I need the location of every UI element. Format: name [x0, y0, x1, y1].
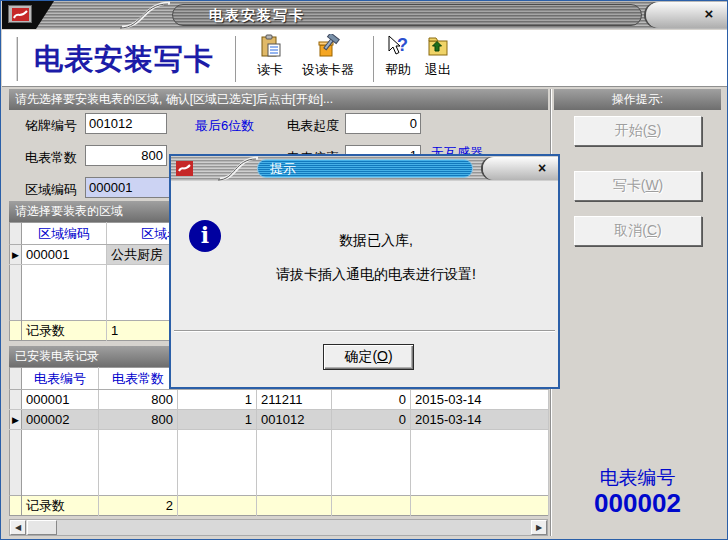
dialog-titlebar-swoosh — [217, 156, 261, 181]
app-window: 电表安装写卡 × 电表安装写卡 读卡 — [0, 0, 728, 540]
scrollbar-thumb[interactable] — [27, 520, 57, 535]
row-marker-icon: ▶ — [10, 245, 22, 265]
meter-no-value: 000002 — [554, 488, 721, 519]
read-card-label: 读卡 — [257, 61, 283, 79]
dialog-close-icon[interactable]: × — [533, 159, 551, 177]
nameplate-input[interactable] — [85, 113, 167, 134]
cell[interactable]: 1 — [178, 390, 257, 410]
cell[interactable]: 001012 — [257, 410, 332, 430]
constant-label: 电表常数 — [25, 149, 77, 167]
start-button[interactable]: 开始(S) — [574, 116, 702, 146]
scroll-right-icon[interactable]: ▶ — [531, 520, 547, 535]
cell[interactable]: 800 — [99, 410, 178, 430]
area-code-label: 区域编码 — [25, 181, 77, 199]
col-constant[interactable]: 电表常数 — [99, 368, 178, 390]
exit-label: 退出 — [425, 61, 451, 79]
col-meter-no[interactable]: 电表编号 — [22, 368, 99, 390]
scroll-left-icon[interactable]: ◀ — [10, 520, 26, 535]
set-reader-button[interactable]: 设读卡器 — [292, 34, 364, 79]
help-label: 帮助 — [385, 61, 411, 79]
start-reading-input[interactable] — [345, 113, 421, 134]
page-title: 电表安装写卡 — [34, 40, 214, 80]
cell[interactable]: 1 — [178, 410, 257, 430]
cancel-button[interactable]: 取消(C) — [574, 216, 702, 246]
cell[interactable]: 0 — [332, 410, 411, 430]
meter-table: 电表编号 电表常数 000001 800 1 211211 0 2015-03-… — [9, 367, 549, 516]
nameplate-label: 铭牌编号 — [25, 117, 77, 135]
dialog-separator — [174, 330, 555, 332]
meter-table-row[interactable]: 000001 800 1 211211 0 2015-03-14 — [10, 390, 549, 410]
card-read-icon — [258, 34, 282, 58]
toolbar-separator — [373, 36, 375, 82]
record-count-label: 记录数 — [22, 496, 99, 516]
ok-button[interactable]: 确定(O) — [323, 344, 414, 370]
toolbar-grabber — [15, 37, 18, 81]
marker-header-cell — [10, 223, 22, 245]
titlebar-swoosh — [118, 1, 174, 29]
toolbar-separator — [235, 36, 237, 82]
cell[interactable]: 0 — [332, 390, 411, 410]
last6-hint: 最后6位数 — [195, 117, 254, 135]
app-logo-icon — [8, 5, 32, 23]
area-code-cell[interactable]: 000001 — [22, 245, 107, 265]
dialog-logo-icon — [176, 161, 193, 176]
row-marker-icon: ▶ — [10, 410, 22, 430]
exit-button[interactable]: 退出 — [418, 34, 458, 79]
logo-swoosh-icon — [178, 163, 191, 174]
cell[interactable]: 800 — [99, 390, 178, 410]
prompt-dialog: 提示 × i 数据已入库, 请拔卡插入通电的电表进行设置! 确定(O) — [169, 154, 560, 389]
exit-icon — [426, 34, 450, 58]
logo-swoosh-icon — [12, 8, 29, 21]
dialog-title: 提示 — [257, 159, 473, 178]
cell[interactable]: 2015-03-14 — [411, 410, 549, 430]
meter-table-filler-row — [10, 430, 549, 496]
meter-table-footer: 记录数 2 — [10, 496, 549, 516]
read-card-button[interactable]: 读卡 — [245, 34, 295, 79]
meter-table-row-selected[interactable]: ▶ 000002 800 1 001012 0 2015-03-14 — [10, 410, 549, 430]
cell[interactable]: 000002 — [22, 410, 99, 430]
cell[interactable]: 000001 — [22, 390, 99, 410]
record-count-label: 记录数 — [22, 321, 107, 341]
set-reader-label: 设读卡器 — [302, 61, 354, 79]
reader-setup-icon — [316, 34, 340, 58]
col-area-code[interactable]: 区域编码 — [22, 223, 107, 245]
cell[interactable]: 2015-03-14 — [411, 390, 549, 410]
write-card-button[interactable]: 写卡(W) — [574, 171, 702, 201]
help-icon: ? — [386, 34, 410, 58]
cell[interactable]: 211211 — [257, 390, 332, 410]
constant-input[interactable] — [85, 145, 167, 166]
window-title: 电表安装写卡 — [172, 4, 642, 26]
ops-hint-strip: 操作提示: — [554, 89, 721, 110]
window-titlebar: 电表安装写卡 × — [2, 1, 728, 29]
horizontal-scrollbar[interactable]: ◀ ▶ — [9, 519, 548, 536]
help-button[interactable]: ? 帮助 — [380, 34, 416, 79]
start-reading-label: 电表起度 — [287, 117, 339, 135]
instruction-strip: 请先选择要安装电表的区域, 确认[区域已选定]后点击[开始]... — [9, 89, 548, 110]
dialog-message-line2: 请拔卡插入通电的电表进行设置! — [211, 266, 541, 284]
dialog-titlebar: 提示 × — [171, 156, 558, 181]
record-count-value: 2 — [99, 496, 178, 516]
dialog-message-line1: 数据已入库, — [211, 232, 541, 250]
close-icon[interactable]: × — [700, 5, 718, 23]
toolbar: 电表安装写卡 读卡 设读卡器 — [2, 30, 728, 87]
